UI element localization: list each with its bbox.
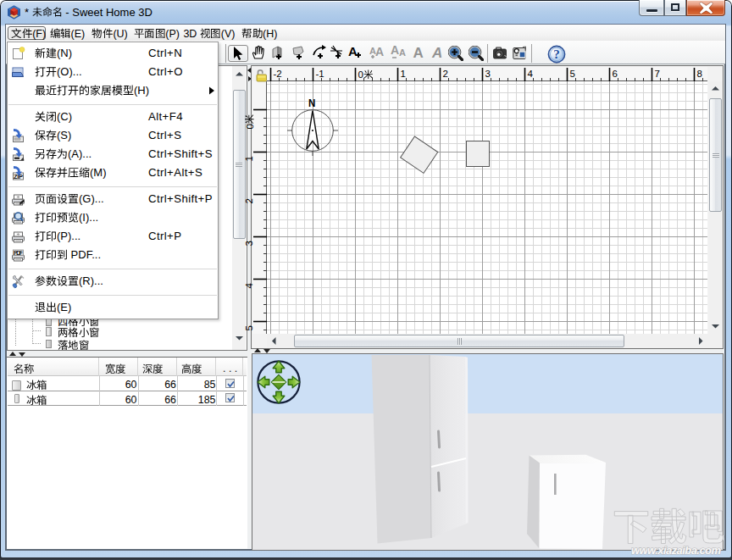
svg-text:A: A [431, 45, 442, 61]
svg-text:A: A [375, 45, 384, 58]
svg-text:?: ? [553, 47, 560, 61]
svg-text:A: A [348, 44, 358, 58]
svg-text:A: A [399, 47, 406, 58]
svg-text:A: A [413, 45, 424, 61]
svg-text:A: A [391, 43, 399, 57]
svg-text:www.xiazaiba.com: www.xiazaiba.com [631, 544, 721, 557]
svg-text:PDF: PDF [14, 250, 23, 256]
